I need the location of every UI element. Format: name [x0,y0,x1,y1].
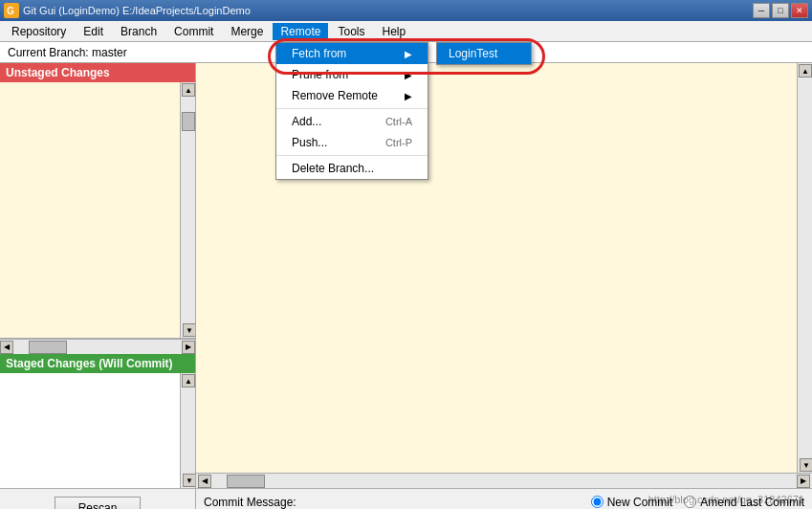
diff-h-thumb[interactable] [227,475,265,488]
new-commit-radio[interactable] [591,496,604,508]
diff-scroll-down[interactable]: ▼ [800,458,812,472]
close-button[interactable]: ✕ [791,3,808,18]
maximize-button[interactable]: □ [772,3,789,18]
menu-repository[interactable]: Repository [4,23,74,40]
menu-item-push[interactable]: Push... Ctrl-P [276,132,428,153]
menu-merge[interactable]: Merge [223,23,271,40]
rescan-button[interactable]: Rescan [55,497,141,509]
title-bar: G Git Gui (LoginDemo) E:/IdeaProjects/Lo… [0,0,812,21]
staged-scroll-up[interactable]: ▲ [182,374,195,387]
menu-remote[interactable]: Remote [273,23,328,40]
menu-edit[interactable]: Edit [76,23,111,40]
left-panel: Unstaged Changes ▲ ▼ ◀ ▶ Staged Changes … [0,63,196,488]
menu-separator-1 [276,108,428,109]
action-buttons-panel: Rescan Stage Changed Sign Off Commit Pus… [0,489,196,509]
scroll-thumb[interactable] [182,112,195,131]
menu-item-delete-branch[interactable]: Delete Branch... [276,158,428,179]
menu-branch[interactable]: Branch [113,23,165,40]
menu-bar: Repository Edit Branch Commit Merge Remo… [0,21,812,42]
unstaged-hscrollbar[interactable]: ◀ ▶ [0,339,195,354]
menu-item-prune-from[interactable]: Prune from ▶ [276,64,428,85]
menu-item-remove-remote[interactable]: Remove Remote ▶ [276,85,428,106]
h-scroll-thumb[interactable] [29,341,67,354]
staged-vscrollbar[interactable]: ▲ ▼ [180,373,195,488]
watermark-text: http://blog.csdn.net/qq_31842671 [648,494,804,505]
fetch-from-arrow: ▶ [405,49,412,59]
menu-help[interactable]: Help [374,23,413,40]
window-title: Git Gui (LoginDemo) E:/IdeaProjects/Logi… [23,5,251,16]
menu-item-fetch-from[interactable]: Fetch from ▶ [276,43,428,64]
current-branch-text: Current Branch: master [8,46,127,59]
diff-scroll-left[interactable]: ◀ [198,475,211,488]
remove-remote-arrow: ▶ [405,91,412,101]
menu-item-add[interactable]: Add... Ctrl-A [276,111,428,132]
unstaged-changes-header: Unstaged Changes [0,63,195,82]
app-icon: G [4,3,19,18]
scroll-down-arrow[interactable]: ▼ [183,323,195,337]
window-controls: ─ □ ✕ [753,3,808,18]
unstaged-changes-area: ▲ ▼ [0,82,195,339]
staged-changes-area: ▲ ▼ [0,373,195,488]
remote-dropdown-menu: Fetch from ▶ Prune from ▶ Remove Remote … [275,42,428,180]
fetch-from-submenu: LoginTest [436,42,532,65]
unstaged-vscrollbar[interactable]: ▲ ▼ [180,82,195,338]
svg-text:G: G [7,6,14,16]
scroll-left-arrow[interactable]: ◀ [0,341,13,354]
menu-commit[interactable]: Commit [166,23,221,40]
scroll-right-arrow[interactable]: ▶ [182,341,195,354]
prune-from-arrow: ▶ [405,70,412,80]
staged-changes-header: Staged Changes (Will Commit) [0,354,195,373]
diff-scroll-right[interactable]: ▶ [797,475,810,488]
menu-separator-2 [276,155,428,156]
diff-vscrollbar[interactable]: ▲ ▼ [797,63,812,473]
diff-scroll-up[interactable]: ▲ [799,64,812,77]
minimize-button[interactable]: ─ [753,3,770,18]
staged-scroll-down[interactable]: ▼ [183,474,195,487]
scroll-up-arrow[interactable]: ▲ [182,83,195,97]
commit-message-label: Commit Message: [204,496,296,509]
diff-hscrollbar[interactable]: ◀ ▶ [196,473,812,488]
submenu-item-logintest[interactable]: LoginTest [437,43,531,64]
menu-tools[interactable]: Tools [330,23,372,40]
